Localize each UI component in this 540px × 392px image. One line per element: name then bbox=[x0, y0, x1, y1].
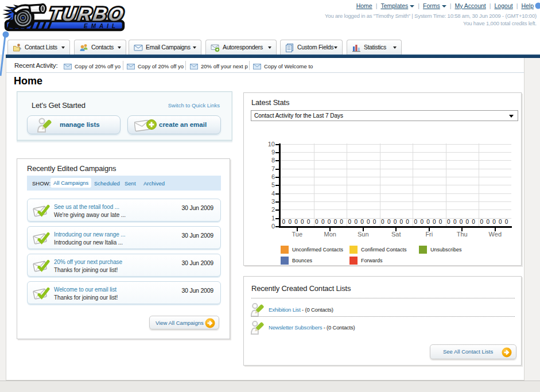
svg-text:TURBO: TURBO bbox=[48, 4, 127, 25]
